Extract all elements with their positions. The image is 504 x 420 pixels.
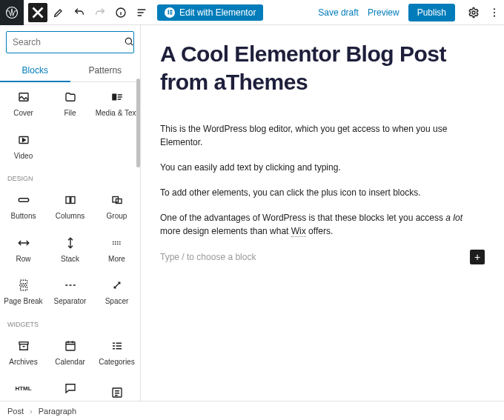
block-row[interactable]: Row: [0, 228, 47, 271]
svg-rect-19: [70, 197, 74, 204]
scrollbar-thumb[interactable]: [136, 79, 140, 167]
outline-icon[interactable]: [132, 3, 151, 22]
editor-canvas[interactable]: A Cool Elementor Blog Post from aThemes …: [141, 25, 504, 401]
svg-rect-15: [117, 99, 121, 100]
svg-rect-23: [66, 341, 75, 350]
svg-rect-4: [170, 12, 172, 13]
block-buttons[interactable]: Buttons: [0, 185, 47, 228]
topbar: Edit with Elementor Save draft Preview P…: [0, 0, 504, 25]
inserter-tabs: Blocks Patterns: [0, 59, 140, 82]
more-icon: [110, 236, 125, 250]
svg-rect-17: [19, 199, 29, 202]
block-file[interactable]: File: [47, 82, 93, 125]
breadcrumb-root[interactable]: Post: [7, 407, 24, 416]
edit-with-elementor-button[interactable]: Edit with Elementor: [157, 4, 263, 21]
block-group[interactable]: Group: [93, 185, 140, 228]
post-title[interactable]: A Cool Elementor Blog Post from aThemes: [160, 40, 485, 96]
save-draft-link[interactable]: Save draft: [318, 7, 359, 18]
svg-rect-14: [117, 96, 122, 98]
options-icon[interactable]: [485, 3, 504, 22]
buttons-icon: [16, 193, 31, 207]
add-block-button[interactable]: +: [470, 250, 485, 264]
undo-icon[interactable]: [70, 3, 89, 22]
wordpress-logo[interactable]: [0, 0, 24, 25]
media-text-icon: [110, 90, 125, 104]
archives-icon: [16, 339, 31, 353]
cover-icon: [16, 90, 31, 104]
posts-icon: [110, 385, 125, 400]
breadcrumb-current[interactable]: Paragraph: [39, 407, 76, 416]
block-separator[interactable]: Separator: [47, 270, 93, 313]
calendar-icon: [63, 339, 78, 353]
settings-icon[interactable]: [464, 3, 483, 22]
svg-rect-20: [113, 197, 119, 203]
close-inserter-button[interactable]: [28, 3, 47, 22]
paragraph-block[interactable]: This is the WordPress blog editor, which…: [160, 122, 485, 149]
section-design-title: DESIGN: [0, 167, 140, 185]
block-stack[interactable]: Stack: [47, 228, 93, 271]
svg-point-8: [494, 11, 495, 13]
info-icon[interactable]: [111, 3, 130, 22]
paragraph-block[interactable]: To add other elements, you can click the…: [160, 186, 485, 199]
search-input-wrap[interactable]: [6, 31, 134, 53]
block-categories[interactable]: Categories: [93, 331, 140, 374]
block-columns[interactable]: Columns: [47, 185, 93, 228]
svg-rect-5: [170, 13, 172, 15]
block-custom-html[interactable]: HTMLCustom HTML: [0, 373, 47, 401]
tab-blocks[interactable]: Blocks: [0, 59, 70, 81]
svg-rect-3: [170, 10, 172, 12]
svg-rect-13: [117, 94, 122, 96]
block-latest-posts[interactable]: Latest Posts: [93, 373, 140, 401]
search-icon: [124, 36, 134, 49]
elementor-button-label: Edit with Elementor: [179, 7, 256, 18]
block-latest-comments[interactable]: Latest Comments: [47, 373, 93, 401]
block-calendar[interactable]: Calendar: [47, 331, 93, 374]
redo-icon: [90, 3, 110, 22]
block-more[interactable]: More: [93, 228, 140, 271]
svg-point-7: [494, 8, 495, 10]
svg-rect-2: [168, 10, 169, 15]
svg-rect-18: [66, 197, 70, 204]
comments-icon: [63, 381, 78, 396]
svg-rect-12: [112, 94, 116, 101]
edit-icon[interactable]: [49, 3, 68, 22]
paragraph-block[interactable]: One of the advantages of WordPress is th…: [160, 211, 485, 238]
tab-patterns[interactable]: Patterns: [70, 59, 141, 81]
columns-icon: [63, 193, 78, 207]
group-icon: [110, 193, 125, 207]
block-media-text[interactable]: Media & Text: [93, 82, 140, 125]
block-breadcrumb: Post › Paragraph: [0, 401, 504, 420]
html-icon: HTML: [16, 381, 31, 396]
stack-icon: [63, 236, 78, 250]
preview-link[interactable]: Preview: [368, 7, 399, 18]
search-input[interactable]: [13, 37, 124, 47]
separator-icon: [63, 278, 78, 293]
paragraph-block[interactable]: You can easily add text by clicking and …: [160, 161, 485, 174]
svg-point-9: [494, 15, 495, 16]
svg-point-6: [472, 11, 475, 14]
block-archives[interactable]: Archives: [0, 331, 47, 374]
section-widgets-title: WIDGETS: [0, 313, 140, 331]
elementor-icon: [165, 7, 175, 18]
row-icon: [16, 236, 31, 250]
spacer-icon: [110, 278, 125, 293]
publish-button[interactable]: Publish: [408, 4, 455, 21]
categories-icon: [110, 339, 125, 353]
chevron-right-icon: ›: [30, 407, 33, 416]
block-spacer[interactable]: Spacer: [93, 270, 140, 313]
page-break-icon: [16, 278, 31, 293]
block-cover[interactable]: Cover: [0, 82, 47, 125]
svg-point-10: [125, 38, 131, 44]
block-video[interactable]: Video: [0, 125, 47, 168]
file-icon: [63, 90, 78, 104]
block-inserter-sidebar: Blocks Patterns Cover File Media & Text …: [0, 25, 141, 401]
block-appender-placeholder[interactable]: Type / to choose a block: [160, 252, 256, 262]
video-icon: [16, 133, 31, 147]
block-page-break[interactable]: Page Break: [0, 270, 47, 313]
svg-rect-22: [19, 341, 28, 344]
